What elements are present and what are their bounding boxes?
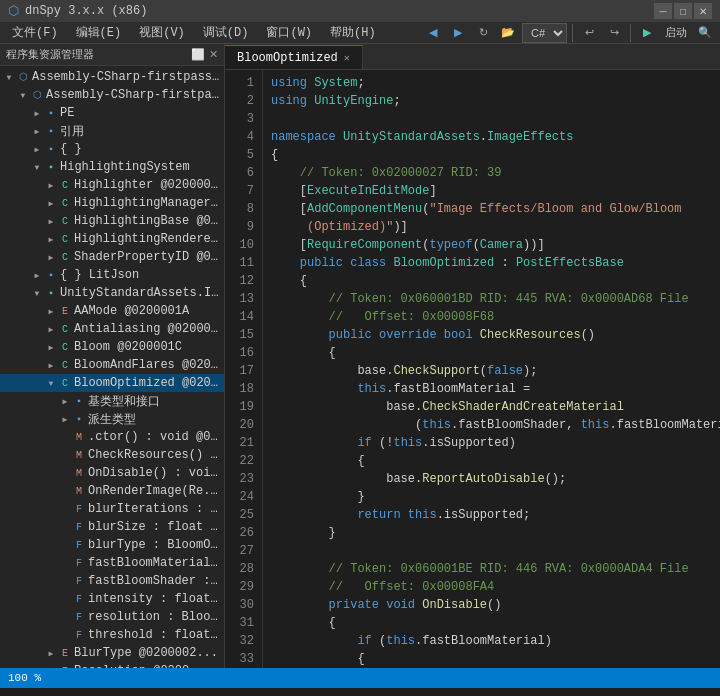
- tree-item[interactable]: Fintensity : float @040...: [0, 590, 224, 608]
- tree-item[interactable]: EBlurType @0200002...: [0, 644, 224, 662]
- tree-arrow[interactable]: [44, 178, 58, 192]
- tree-item[interactable]: MCheckResources() : b...: [0, 446, 224, 464]
- toolbar-search[interactable]: 🔍: [694, 22, 716, 44]
- tree-icon: ▪: [44, 268, 58, 282]
- tree-item[interactable]: ▪{ }: [0, 140, 224, 158]
- tab-bloom-optimized[interactable]: BloomOptimized ✕: [225, 45, 363, 69]
- tree-arrow[interactable]: [58, 466, 72, 480]
- tree-arrow[interactable]: [58, 412, 72, 426]
- tree-item[interactable]: ▪PE: [0, 104, 224, 122]
- tree-item[interactable]: CHighlightingRenderer @0...: [0, 230, 224, 248]
- tree-arrow[interactable]: [30, 160, 44, 174]
- toolbar-start-label: 启动: [661, 25, 691, 40]
- tree-arrow[interactable]: [44, 358, 58, 372]
- tree-arrow[interactable]: [58, 430, 72, 444]
- tree-item[interactable]: ▪UnityStandardAssets.Image...: [0, 284, 224, 302]
- tree-arrow[interactable]: [30, 286, 44, 300]
- tree-item[interactable]: ▪派生类型: [0, 410, 224, 428]
- tree-arrow[interactable]: [58, 484, 72, 498]
- tree-arrow[interactable]: [58, 610, 72, 624]
- tree-view[interactable]: ⬡Assembly-CSharp-firstpass (0.0.0...⬡Ass…: [0, 66, 224, 668]
- tree-arrow[interactable]: [30, 124, 44, 138]
- tree-arrow[interactable]: [16, 88, 30, 102]
- maximize-button[interactable]: □: [674, 3, 692, 19]
- tree-arrow[interactable]: [44, 250, 58, 264]
- tree-arrow[interactable]: [44, 376, 58, 390]
- tree-item[interactable]: CBloomOptimized @020...: [0, 374, 224, 392]
- tree-arrow[interactable]: [58, 574, 72, 588]
- tree-arrow[interactable]: [44, 340, 58, 354]
- tree-arrow[interactable]: [58, 394, 72, 408]
- minimize-button[interactable]: ─: [654, 3, 672, 19]
- tree-arrow[interactable]: [30, 268, 44, 282]
- menu-debug[interactable]: 调试(D): [195, 22, 257, 43]
- toolbar-open[interactable]: 📂: [497, 22, 519, 44]
- menu-window[interactable]: 窗口(W): [258, 22, 320, 43]
- tree-item[interactable]: ▪基类型和接口: [0, 392, 224, 410]
- tree-arrow[interactable]: [30, 106, 44, 120]
- tree-item[interactable]: FfastBloomMaterial : ...: [0, 554, 224, 572]
- tree-item[interactable]: CBloom @0200001C: [0, 338, 224, 356]
- tree-label: PE: [60, 106, 74, 120]
- tree-arrow[interactable]: [58, 502, 72, 516]
- toolbar-undo[interactable]: ↩: [578, 22, 600, 44]
- tree-item[interactable]: FfastBloomShader : S...: [0, 572, 224, 590]
- tree-item[interactable]: FblurSize : float @040...: [0, 518, 224, 536]
- tree-item[interactable]: CBloomAndFlares @020...: [0, 356, 224, 374]
- tree-arrow[interactable]: [58, 520, 72, 534]
- tree-item[interactable]: CAntialiasing @0200001E: [0, 320, 224, 338]
- code-content[interactable]: using System; using UnityEngine; namespa…: [263, 70, 720, 668]
- tree-item[interactable]: FblurIterations : int @04...: [0, 500, 224, 518]
- tree-arrow[interactable]: [58, 448, 72, 462]
- menu-file[interactable]: 文件(F): [4, 22, 66, 43]
- tree-item[interactable]: Fresolution : BloomO...: [0, 608, 224, 626]
- panel-close-btn[interactable]: ✕: [209, 48, 218, 61]
- tree-arrow[interactable]: [58, 628, 72, 642]
- toolbar-redo[interactable]: ↪: [603, 22, 625, 44]
- tree-arrow[interactable]: [2, 70, 16, 84]
- tree-arrow[interactable]: [44, 322, 58, 336]
- tree-item[interactable]: CHighlighter @0200002...: [0, 176, 224, 194]
- toolbar-back[interactable]: ◀: [422, 22, 444, 44]
- tree-icon: C: [58, 196, 72, 210]
- tree-label: BloomOptimized @020...: [74, 376, 220, 390]
- toolbar-forward[interactable]: ▶: [447, 22, 469, 44]
- tree-arrow[interactable]: [58, 556, 72, 570]
- tree-item[interactable]: CHighlightingBase @020...: [0, 212, 224, 230]
- tree-label: Bloom @0200001C: [74, 340, 182, 354]
- tree-arrow[interactable]: [44, 664, 58, 668]
- tree-arrow[interactable]: [30, 142, 44, 156]
- tree-arrow[interactable]: [44, 304, 58, 318]
- tree-icon: C: [58, 214, 72, 228]
- tree-arrow[interactable]: [44, 646, 58, 660]
- tree-item[interactable]: ⬡Assembly-CSharp-firstpass (0.0.0...: [0, 68, 224, 86]
- toolbar-run[interactable]: ▶: [636, 22, 658, 44]
- close-button[interactable]: ✕: [694, 3, 712, 19]
- tree-item[interactable]: M.ctor() : void @0600...: [0, 428, 224, 446]
- tree-item[interactable]: ⬡Assembly-CSharp-firstpass.dll: [0, 86, 224, 104]
- panel-expand-btn[interactable]: ⬜: [191, 48, 205, 61]
- tree-item[interactable]: Fthreshold : float @0...: [0, 626, 224, 644]
- tree-item[interactable]: MOnDisable() : void @...: [0, 464, 224, 482]
- tree-arrow[interactable]: [44, 232, 58, 246]
- tree-item[interactable]: EResolution @0200...: [0, 662, 224, 668]
- tree-item[interactable]: CShaderPropertyID @02...: [0, 248, 224, 266]
- title-bar-controls[interactable]: ─ □ ✕: [654, 3, 712, 19]
- language-select[interactable]: C# IL: [522, 23, 567, 43]
- tab-close-icon[interactable]: ✕: [344, 52, 350, 64]
- menu-edit[interactable]: 编辑(E): [68, 22, 130, 43]
- tree-arrow[interactable]: [58, 592, 72, 606]
- tree-item[interactable]: EAAMode @0200001A: [0, 302, 224, 320]
- toolbar-refresh[interactable]: ↻: [472, 22, 494, 44]
- tree-item[interactable]: CHighlightingManager @0...: [0, 194, 224, 212]
- tree-arrow[interactable]: [58, 538, 72, 552]
- tree-item[interactable]: MOnRenderImage(Re...: [0, 482, 224, 500]
- tree-item[interactable]: FblurType : BloomOp...: [0, 536, 224, 554]
- tree-item[interactable]: ▪HighlightingSystem: [0, 158, 224, 176]
- tree-item[interactable]: ▪{ } LitJson: [0, 266, 224, 284]
- tree-arrow[interactable]: [44, 196, 58, 210]
- tree-item[interactable]: ▪引用: [0, 122, 224, 140]
- tree-arrow[interactable]: [44, 214, 58, 228]
- menu-help[interactable]: 帮助(H): [322, 22, 384, 43]
- menu-view[interactable]: 视图(V): [131, 22, 193, 43]
